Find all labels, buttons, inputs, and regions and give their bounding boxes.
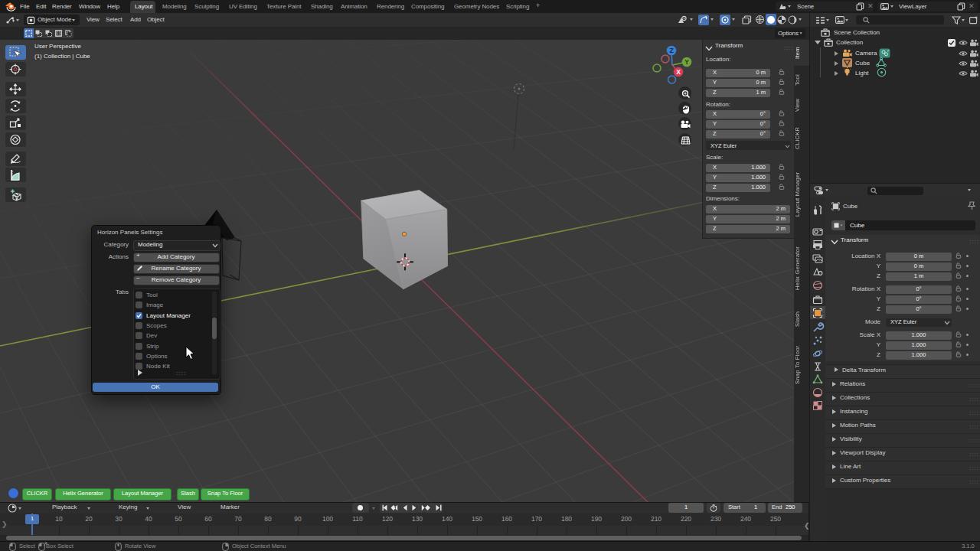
svg-text:X: X xyxy=(676,68,681,76)
svg-text:Y: Y xyxy=(684,58,689,66)
svg-text:Z: Z xyxy=(669,47,673,54)
